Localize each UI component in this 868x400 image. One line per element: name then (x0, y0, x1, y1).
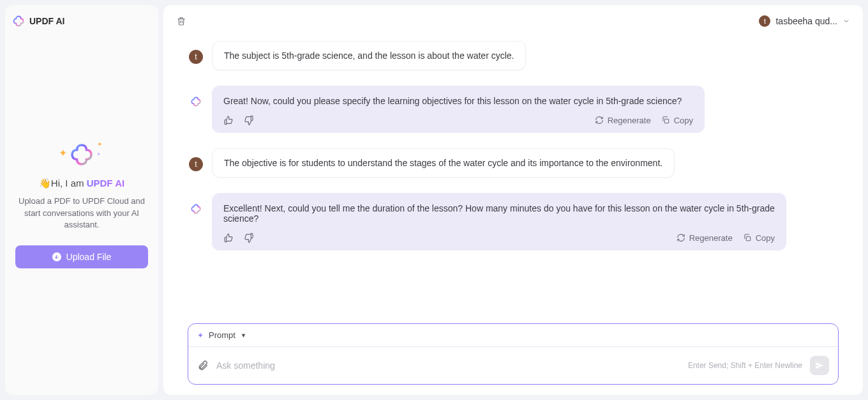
send-icon (814, 360, 825, 371)
trash-icon (176, 16, 186, 26)
sidebar-header: UPDF AI (13, 15, 151, 27)
assistant-avatar (189, 202, 203, 216)
copy-icon (743, 233, 752, 242)
input-hint: Enter Send; Shift + Enter Newline (688, 361, 802, 370)
prompt-label: Prompt (209, 330, 236, 340)
user-avatar-icon: t (189, 50, 203, 64)
message-input[interactable] (216, 360, 680, 371)
sparkle-icon: ✦ (97, 141, 102, 148)
refresh-icon (677, 233, 685, 242)
user-bubble: The objective is for students to underst… (212, 148, 675, 178)
input-body: Enter Send; Shift + Enter Newline (188, 347, 838, 384)
svg-rect-1 (746, 236, 750, 240)
regenerate-label: Regenerate (608, 116, 651, 125)
top-bar: t tasbeeha qud... (176, 14, 850, 28)
brand-logo-large-icon (70, 143, 93, 166)
thumbs-up-icon (223, 115, 234, 125)
user-message: t The objective is for students to under… (212, 148, 839, 178)
message-input-container: ✦ Prompt ▼ Enter Send; Shift + Enter New… (188, 323, 839, 385)
hello-text: 👋Hi, I am UPDF AI (39, 178, 124, 189)
thumbs-up-button[interactable] (223, 115, 234, 125)
brand-name: UPDF AI (29, 16, 64, 26)
assistant-actions: Regenerate Copy (223, 233, 775, 243)
assistant-text: Excellent! Next, could you tell me the d… (223, 203, 775, 224)
copy-button[interactable]: Copy (661, 116, 693, 125)
brand-logo-icon (191, 96, 201, 107)
attach-button[interactable] (197, 360, 209, 371)
upload-file-button[interactable]: + Upload File (15, 245, 148, 268)
copy-icon (661, 116, 670, 125)
copy-label: Copy (674, 116, 693, 125)
upload-label: Upload File (66, 252, 112, 262)
user-message: t The subject is 5th-grade science, and … (212, 41, 839, 70)
sparkle-icon: ✦ (59, 147, 67, 159)
wave-emoji: 👋 (39, 178, 51, 188)
user-avatar-icon: t (189, 157, 203, 171)
sidebar: UPDF AI ✦ ✦ ✦ 👋Hi, I am UPDF AI Upload a… (5, 5, 158, 395)
assistant-bubble: Great! Now, could you please specify the… (212, 86, 705, 133)
assistant-text: Great! Now, could you please specify the… (223, 96, 693, 106)
assistant-avatar (189, 95, 203, 109)
hello-prefix: Hi, I am (51, 178, 87, 188)
prompt-selector[interactable]: ✦ Prompt ▼ (188, 324, 838, 347)
plus-icon: + (52, 252, 61, 261)
copy-button[interactable]: Copy (743, 233, 775, 243)
send-button[interactable] (810, 356, 829, 375)
sidebar-description: Upload a PDF to UPDF Cloud and start con… (15, 196, 148, 232)
sparkle-icon: ✦ (197, 331, 204, 340)
chevron-down-icon (842, 17, 850, 25)
refresh-icon (595, 116, 604, 125)
assistant-actions: Regenerate Copy (223, 115, 693, 125)
regenerate-button[interactable]: Regenerate (677, 233, 733, 243)
chat-thread: t The subject is 5th-grade science, and … (176, 35, 850, 318)
regenerate-label: Regenerate (689, 233, 733, 243)
user-menu[interactable]: t tasbeeha qud... (759, 15, 850, 27)
thumbs-down-icon (244, 233, 254, 243)
thumbs-down-button[interactable] (244, 115, 254, 125)
user-name: tasbeeha qud... (775, 16, 837, 26)
copy-label: Copy (756, 233, 775, 243)
hero-logo: ✦ ✦ ✦ (70, 143, 93, 166)
brand-logo-icon (191, 204, 201, 214)
assistant-bubble: Excellent! Next, could you tell me the d… (212, 193, 786, 250)
assistant-message: Great! Now, could you please specify the… (212, 86, 839, 133)
thumbs-down-icon (244, 115, 254, 125)
paperclip-icon (197, 360, 209, 371)
brand-logo-icon (13, 15, 24, 27)
thumbs-up-icon (223, 233, 234, 243)
main-panel: t tasbeeha qud... t The subject is 5th-g… (163, 5, 863, 395)
user-avatar: t (759, 15, 770, 27)
svg-rect-0 (664, 119, 668, 123)
sidebar-body: ✦ ✦ ✦ 👋Hi, I am UPDF AI Upload a PDF to … (13, 27, 151, 385)
delete-conversation-button[interactable] (176, 16, 186, 26)
assistant-message: Excellent! Next, could you tell me the d… (212, 193, 839, 250)
sparkle-icon: ✦ (96, 151, 101, 157)
user-bubble: The subject is 5th-grade science, and th… (212, 41, 526, 70)
thumbs-up-button[interactable] (223, 233, 234, 243)
thumbs-down-button[interactable] (244, 233, 254, 243)
hello-brand: UPDF AI (87, 178, 124, 188)
caret-down-icon: ▼ (241, 332, 246, 339)
regenerate-button[interactable]: Regenerate (595, 116, 651, 125)
